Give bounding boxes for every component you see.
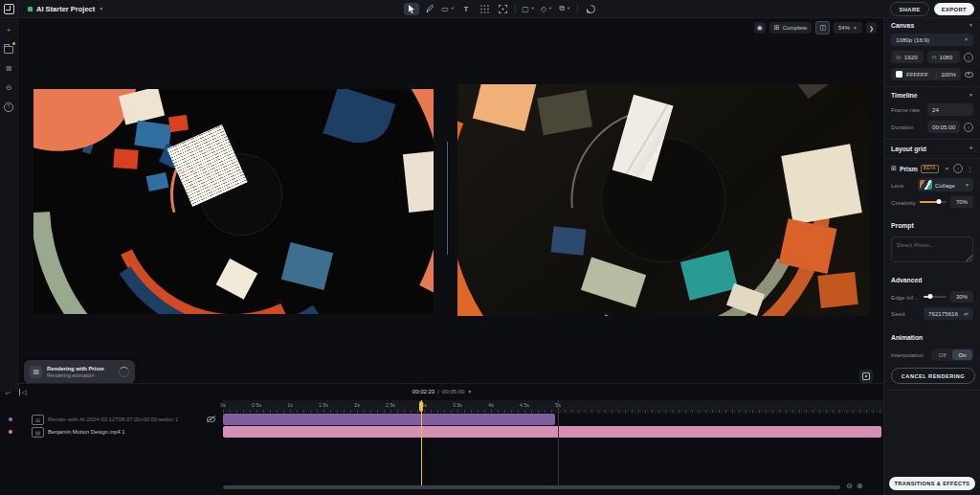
render-clip-bar[interactable] [223,414,555,425]
chevron-down-icon[interactable]: ▼ [969,23,973,28]
record-button[interactable]: ◉ [754,22,766,34]
chevron-down-icon: ▼ [451,7,455,11]
chevron-down-icon[interactable]: ▼ [969,93,973,98]
zoom-out-icon[interactable]: ⊖ [846,482,853,490]
collapse-panel-button[interactable]: ❯ [866,22,877,34]
shape-tool[interactable]: ▢▼ [521,3,536,15]
height-field[interactable]: H 1080 [927,51,960,63]
more-options-icon[interactable]: ⋮ [967,166,973,172]
slider-knob[interactable] [936,199,941,204]
ruler-tick [344,410,345,413]
chevron-down-icon[interactable]: ▼ [945,167,949,171]
seed-field[interactable]: 762175616 ⇄ [924,307,973,320]
ruler-tick [846,410,847,413]
ruler-tick [585,410,586,413]
layers-tool[interactable]: ⧉▼ [557,3,572,15]
visibility-eye-icon[interactable] [965,72,973,78]
zoom-dropdown[interactable]: 54% ▼ [834,22,862,34]
ruler-tick [645,410,646,413]
node-tool[interactable]: ◇▼ [539,3,554,15]
preview-original-frame[interactable] [33,89,434,314]
compare-divider[interactable] [447,142,448,255]
ruler-tick [337,410,338,413]
resolution-preset-value: 1080p (16:9) [896,36,929,43]
fill-color-field[interactable]: FFFFFF 100% [891,68,961,80]
left-rail: + ⊠ ⊖ ? [0,17,18,392]
share-button[interactable]: SHARE [890,2,928,16]
prompt-input[interactable] [891,236,973,262]
project-status-dot [28,7,33,11]
info-icon[interactable]: i [953,164,963,173]
top-bar: AI Starter Project ▼ ▭▼ T ▢▼ ◇▼ ⧉▼ SHARE… [0,0,980,18]
horizontal-scrollbar[interactable] [223,485,840,489]
frame-rate-field[interactable]: 24 [927,103,973,116]
history-button[interactable]: ⊖ [4,83,13,92]
transitions-effects-button[interactable]: TRANSITIONS & EFFECTS [889,477,975,490]
export-button[interactable]: EXPORT [934,3,974,15]
target-tool[interactable] [495,3,510,15]
artwork-shape [403,150,434,213]
split-view-icon: ◫ [819,24,826,32]
text-tool[interactable]: T [458,3,474,15]
cancel-rendering-button[interactable]: CANCEL RENDERING [891,368,975,384]
video-clip-bar[interactable] [223,426,881,438]
add-button[interactable]: + [4,26,13,34]
ruler-tick [873,410,874,413]
canvas-viewport[interactable]: ◉ ⊞ Complete ◫ 54% ▼ ❯ ⊞ Rendering with … [17,17,884,383]
track-row-label[interactable]: ▤ Benjamin Motion Design.mp4 1 [0,426,223,438]
interpolation-off-button[interactable]: Off [932,349,952,360]
track-name: Benjamin Motion Design.mp4 1 [48,429,125,435]
timeline-ruler[interactable]: 0s0.5s1s1.5s2s2.5s3s3.5s4s4.5s5s [223,400,884,414]
complete-button[interactable]: ⊞ Complete [769,22,813,34]
artwork-shape [781,144,862,224]
zoom-in-icon[interactable]: ⊕ [857,482,863,490]
add-layout-grid-button[interactable]: + [969,145,973,152]
ruler-tick [759,410,760,413]
link-dimensions-icon[interactable]: i [964,53,973,62]
ruler-tick [504,410,505,413]
split-view-button[interactable]: ◫ [815,21,830,34]
playhead[interactable] [421,400,422,486]
ruler-tick [457,410,458,413]
ruler-tick [799,410,800,413]
pen-tool[interactable] [422,3,437,15]
resolution-preset-dropdown[interactable]: 1080p (16:9) ▼ [891,34,973,46]
assets-button[interactable]: ⊠ [4,64,13,73]
toast-subtitle: Rendering animation [47,372,104,379]
width-field[interactable]: W 1920 [891,51,924,63]
pixel-grid-tool[interactable] [477,3,492,15]
ruler-tick [632,410,633,413]
lens-dropdown[interactable]: Collage ▼ [918,178,973,191]
duration-field[interactable]: 00:05:00 [927,121,960,133]
shuffle-seed-icon[interactable]: ⇄ [964,310,969,317]
track-row-label[interactable]: ⊞ Render-with-AI-2024-03-12T08:37:20+00:… [0,414,223,425]
prism-icon: ⊞ [891,165,897,172]
edge-influence-slider[interactable] [924,296,947,298]
time-display[interactable]: 00:02:23 / 00:05:00 ▼ [412,389,472,394]
fit-view-button[interactable] [859,370,873,383]
seed-label: Seed [891,310,920,317]
preview-rendered-frame[interactable] [457,84,869,316]
project-menu[interactable]: AI Starter Project ▼ [28,5,103,13]
creativity-slider[interactable] [920,201,947,203]
slider-knob[interactable] [928,294,933,299]
comment-tool[interactable] [583,3,598,15]
interpolation-on-button[interactable]: On [952,349,972,360]
ruler-tick [618,410,619,413]
ruler-tick [833,410,834,413]
visibility-off-icon[interactable] [207,416,215,422]
app-logo-icon [4,4,14,14]
help-button[interactable]: ? [4,102,13,111]
info-icon[interactable]: i [964,123,973,132]
chevron-down-icon: ▼ [965,183,969,188]
files-button[interactable] [4,45,13,54]
select-tool[interactable] [404,3,419,15]
prism-title: Prism [900,166,918,172]
app-logo[interactable] [0,0,18,17]
skip-to-start-button[interactable]: ◁ [19,389,26,395]
edge-influence-label: Edge Influence [891,294,920,301]
chevron-right-icon: ❯ [869,25,874,32]
frame-tool[interactable]: ▭▼ [440,3,456,15]
timeline-section: Timeline ▼ Frame rate 24 Duration 00:05:… [884,87,980,140]
color-swatch[interactable] [896,71,902,78]
